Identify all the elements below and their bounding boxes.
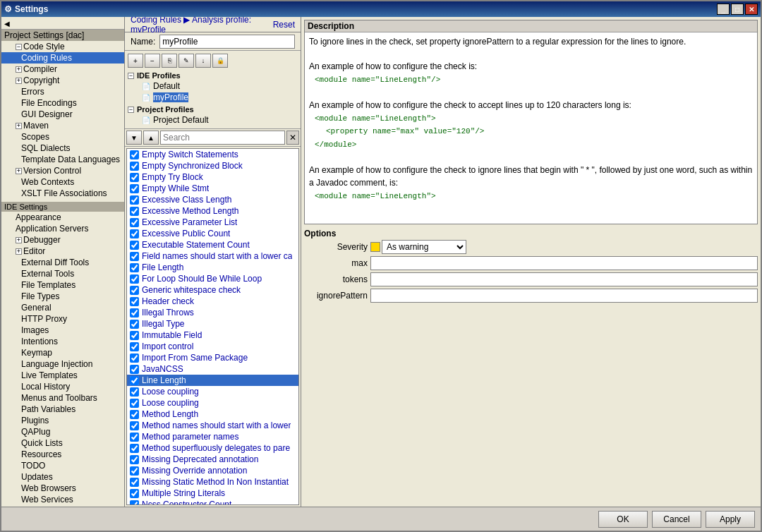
ignore-pattern-input[interactable] [370,289,758,303]
rule-item[interactable]: Import From Same Package [127,352,298,363]
rule-checkbox[interactable] [130,331,139,340]
add-profile-button[interactable]: + [128,54,143,68]
sidebar-item-http-proxy[interactable]: HTTP Proxy [1,313,124,325]
rule-item[interactable]: Empty Try Block [127,171,298,183]
expand-icon-maven[interactable]: + [16,123,22,129]
rule-checkbox[interactable] [130,218,139,227]
rule-checkbox[interactable] [130,162,139,171]
rule-checkbox[interactable] [130,433,139,442]
sidebar-item-coding-rules[interactable]: Coding Rules [1,52,124,64]
rule-checkbox[interactable] [130,399,139,408]
rule-checkbox[interactable] [130,387,139,397]
sidebar-item-appearance[interactable]: Appearance [1,212,124,223]
rule-checkbox[interactable] [130,229,139,238]
expand-icon-copyright[interactable]: + [16,78,22,84]
rule-item-line-length[interactable]: Line Length [127,375,298,386]
expand-icon[interactable]: − [16,44,22,50]
import-profile-button[interactable]: ↓ [195,54,211,68]
profile-project-default-node[interactable]: 📄 Project Default [139,114,298,126]
rule-checkbox[interactable] [130,195,139,205]
rule-checkbox[interactable] [130,263,139,272]
rule-item[interactable]: Excessive Public Count [127,228,298,239]
rule-checkbox-line-length[interactable] [130,376,139,385]
sidebar-item-intentions[interactable]: Intentions [1,336,124,347]
rule-item[interactable]: Method superfluously delegates to pare [127,442,298,454]
sidebar-item-file-encodings[interactable]: File Encodings [1,97,124,109]
sidebar-item-compiler[interactable]: + Compiler [1,64,124,75]
rule-item[interactable]: File Length [127,262,298,273]
sidebar-item-todo[interactable]: TODO [1,460,124,471]
close-button[interactable]: ✕ [745,4,758,15]
ide-profiles-expand[interactable]: − [128,73,134,79]
rule-checkbox[interactable] [130,241,139,250]
rule-checkbox[interactable] [130,365,139,374]
search-clear-button[interactable]: ✕ [286,131,299,145]
sidebar-item-template-data-languages[interactable]: Template Data Languages [1,154,124,165]
sidebar-item-keymap[interactable]: Keymap [1,347,124,358]
rule-item[interactable]: Empty Switch Statements [127,149,298,160]
collapse-all-icon[interactable]: ◀ [4,20,10,28]
rule-checkbox[interactable] [130,500,139,506]
sidebar-item-live-templates[interactable]: Live Templates [1,370,124,381]
sidebar-item-debugger[interactable]: + Debugger [1,234,124,246]
sidebar-item-scopes[interactable]: Scopes [1,131,124,143]
rule-item[interactable]: Method names should start with a lower [127,420,298,431]
sidebar-item-general[interactable]: General [1,302,124,313]
sidebar-item-plugins[interactable]: Plugins [1,415,124,426]
minimize-button[interactable]: _ [717,4,730,15]
sidebar-item-updates[interactable]: Updates [1,471,124,483]
rule-checkbox[interactable] [130,297,139,306]
rule-search-input[interactable] [160,131,285,145]
sidebar-item-web-browsers[interactable]: Web Browsers [1,483,124,494]
sidebar-item-file-types[interactable]: File Types [1,291,124,302]
rule-item[interactable]: Import control [127,341,298,352]
max-input[interactable] [370,256,758,270]
rule-item[interactable]: Multiple String Literals [127,488,298,499]
rule-checkbox[interactable] [130,421,139,430]
rule-checkbox[interactable] [130,150,139,159]
sidebar-item-gui-designer[interactable]: GUI Designer [1,109,124,120]
rule-item[interactable]: Immutable Field [127,330,298,341]
rule-checkbox[interactable] [130,455,139,464]
rule-item[interactable]: Ncss Constructor Count [127,499,298,505]
expand-icon-debugger[interactable]: + [16,237,22,243]
rule-item[interactable]: For Loop Should Be While Loop [127,273,298,284]
maximize-button[interactable]: □ [731,4,744,15]
expand-all-rules-button[interactable]: ▼ [126,131,142,145]
remove-profile-button[interactable]: − [145,54,160,68]
rule-item[interactable]: Illegal Throws [127,307,298,318]
severity-dropdown[interactable]: As warning As error As info Ignore [382,240,466,254]
sidebar-item-file-templates[interactable]: File Templates [1,279,124,291]
rule-item[interactable]: Header check [127,296,298,307]
rule-item[interactable]: Generic whitespace check [127,284,298,296]
rule-item[interactable]: Loose coupling [127,397,298,409]
rule-item[interactable]: Empty While Stmt [127,183,298,194]
rule-item[interactable]: Method parameter names [127,431,298,442]
reset-link[interactable]: Reset [273,20,295,30]
sidebar-item-external-tools[interactable]: External Tools [1,268,124,279]
tokens-input[interactable] [370,272,758,286]
sidebar-item-web-contexts[interactable]: Web Contexts [1,176,124,188]
sidebar-item-application-servers[interactable]: Application Servers [1,223,124,234]
sidebar-item-qaplug[interactable]: QAPlug [1,426,124,437]
name-input[interactable] [159,35,295,49]
profile-myprofile-node[interactable]: 📄 myProfile [139,92,298,103]
sidebar-item-errors[interactable]: Errors [1,86,124,97]
rule-item[interactable]: Executable Statement Count [127,239,298,250]
rule-checkbox[interactable] [130,207,139,216]
rule-checkbox[interactable] [130,308,139,318]
project-profiles-expand[interactable]: − [128,107,134,113]
sidebar-item-copyright[interactable]: + Copyright [1,75,124,86]
sidebar-item-path-variables[interactable]: Path Variables [1,404,124,415]
rule-item[interactable]: Missing Override annotation [127,465,298,476]
lock-profile-button[interactable]: 🔒 [212,54,228,68]
rule-checkbox[interactable] [130,184,139,193]
ok-button[interactable]: OK [598,511,648,528]
rule-item[interactable]: JavaNCSS [127,363,298,375]
rule-item[interactable]: Missing Static Method In Non Instantiat [127,476,298,488]
sidebar-item-menus-toolbars[interactable]: Menus and Toolbars [1,392,124,404]
rule-checkbox[interactable] [130,444,139,453]
rule-checkbox[interactable] [130,274,139,284]
rule-item[interactable]: Illegal Type [127,318,298,330]
rule-checkbox[interactable] [130,342,139,351]
